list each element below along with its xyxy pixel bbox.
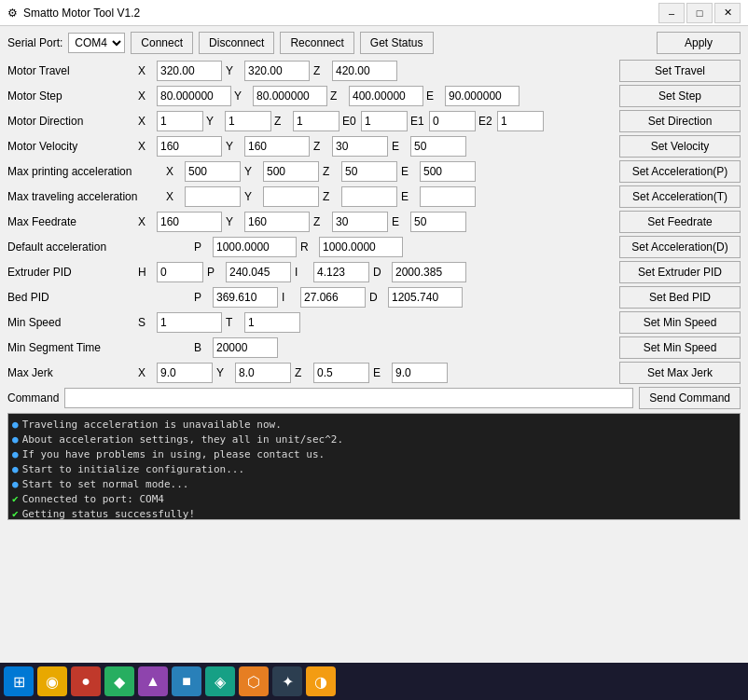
mta-z-lbl: Z (323, 190, 341, 203)
max-jerk-e[interactable] (392, 363, 448, 383)
md-e1-lbl: E1 (410, 115, 429, 128)
send-command-btn[interactable]: Send Command (639, 387, 741, 409)
mta-x-lbl: X (166, 190, 185, 203)
mpa-x-lbl: X (166, 165, 185, 178)
motor-vel-z[interactable] (332, 136, 388, 157)
set-step-btn[interactable]: Set Step (619, 85, 741, 107)
set-direction-btn[interactable]: Set Direction (619, 110, 741, 132)
set-bed-pid-btn[interactable]: Set Bed PID (619, 286, 741, 309)
max-feedrate-label: Max Feedrate (7, 215, 138, 228)
app7-icon[interactable]: ⬡ (239, 666, 269, 696)
min-seg-time-b[interactable] (213, 337, 278, 358)
motor-dir-x[interactable] (157, 111, 203, 131)
maximize-btn[interactable]: □ (686, 3, 713, 23)
extruder-pid-h[interactable] (157, 262, 203, 282)
max-jerk-x[interactable] (157, 363, 213, 383)
default-accel-row: Default acceleration P R Set Acceleratio… (7, 236, 741, 258)
motor-travel-y[interactable] (244, 61, 310, 81)
disconnect-btn[interactable]: Disconnect (199, 32, 274, 54)
chrome-icon[interactable]: ◉ (37, 666, 67, 696)
max-jerk-z[interactable] (313, 363, 369, 383)
max-jerk-y[interactable] (235, 363, 291, 383)
window-title: Smatto Motor Tool V1.2 (23, 7, 140, 20)
min-speed-s[interactable] (157, 312, 222, 333)
windows-icon[interactable]: ⊞ (4, 666, 34, 696)
max-print-accel-y[interactable] (263, 161, 319, 182)
app9-icon[interactable]: ◑ (306, 666, 336, 696)
set-travel-btn[interactable]: Set Travel (619, 60, 741, 82)
min-speed-t[interactable] (244, 312, 300, 333)
app8-icon[interactable]: ✦ (272, 666, 302, 696)
connect-btn[interactable]: Connect (131, 32, 193, 54)
app4-icon[interactable]: ▲ (138, 666, 168, 696)
max-travel-accel-x[interactable] (185, 186, 241, 207)
set-accel-p-btn[interactable]: Set Acceleration(P) (619, 160, 741, 183)
max-print-accel-z[interactable] (341, 161, 397, 182)
motor-dir-z[interactable] (293, 111, 339, 131)
motor-dir-e1[interactable] (429, 111, 476, 131)
minimize-btn[interactable]: – (658, 3, 685, 23)
blue-bullet-icon: ● (12, 418, 19, 432)
max-print-accel-x[interactable] (185, 161, 241, 182)
set-feedrate-btn[interactable]: Set Feedrate (619, 211, 741, 233)
motor-travel-x[interactable] (157, 61, 222, 81)
max-feedrate-y[interactable] (244, 212, 310, 232)
apply-btn[interactable]: Apply (657, 32, 741, 54)
bed-pid-i[interactable] (300, 287, 366, 308)
mta-e-lbl: E (401, 190, 420, 203)
extruder-pid-p[interactable] (226, 262, 291, 282)
mv-z-lbl: Z (313, 140, 332, 153)
ms-x-lbl: X (138, 89, 157, 103)
max-travel-accel-e[interactable] (420, 186, 476, 207)
md-e2-lbl: E2 (478, 115, 497, 128)
motor-vel-e[interactable] (410, 136, 466, 157)
close-btn[interactable]: ✕ (714, 3, 741, 23)
max-feedrate-row: Max Feedrate X Y Z E Set Feedrate (7, 211, 741, 233)
set-accel-d-btn[interactable]: Set Acceleration(D) (619, 236, 741, 258)
mpa-z-lbl: Z (323, 165, 341, 178)
bed-pid-p[interactable] (213, 287, 278, 308)
app6-icon[interactable]: ◈ (205, 666, 235, 696)
max-feedrate-e[interactable] (410, 212, 466, 232)
bed-pid-d[interactable] (388, 287, 463, 308)
set-min-speed-btn[interactable]: Set Min Speed (619, 311, 741, 334)
set-min-seg-time-btn[interactable]: Set Min Speed (619, 336, 741, 359)
set-accel-t-btn[interactable]: Set Acceleration(T) (619, 185, 741, 208)
set-extruder-pid-btn[interactable]: Set Extruder PID (619, 261, 741, 283)
motor-step-y[interactable] (253, 86, 327, 106)
bed-pid-row: Bed PID P I D Set Bed PID (7, 286, 741, 309)
app3-icon[interactable]: ◆ (104, 666, 134, 696)
set-velocity-btn[interactable]: Set Velocity (619, 135, 741, 158)
default-accel-r[interactable] (319, 237, 403, 257)
motor-step-z[interactable] (349, 86, 423, 106)
motor-step-x[interactable] (157, 86, 231, 106)
motor-vel-y[interactable] (244, 136, 310, 157)
app2-icon[interactable]: ● (71, 666, 101, 696)
motor-dir-e2[interactable] (497, 111, 544, 131)
motor-step-e[interactable] (445, 86, 519, 106)
max-feedrate-x[interactable] (157, 212, 222, 232)
motor-dir-e0[interactable] (361, 111, 408, 131)
max-print-accel-e[interactable] (420, 161, 476, 182)
command-label: Command (7, 391, 59, 405)
motor-vel-x[interactable] (157, 136, 222, 157)
port-select[interactable]: COM4 (68, 33, 125, 53)
title-bar: ⚙ Smatto Motor Tool V1.2 – □ ✕ (0, 0, 748, 26)
app5-icon[interactable]: ■ (172, 666, 201, 696)
max-travel-accel-z[interactable] (341, 186, 397, 207)
md-e0-lbl: E0 (342, 115, 361, 128)
motor-travel-z[interactable] (332, 61, 397, 81)
command-row: Command Send Command (7, 387, 741, 409)
motor-step-label: Motor Step (7, 89, 138, 103)
max-travel-accel-y[interactable] (263, 186, 319, 207)
max-feedrate-z[interactable] (332, 212, 388, 232)
max-print-accel-row: Max printing acceleration X Y Z E Set Ac… (7, 160, 741, 183)
set-max-jerk-btn[interactable]: Set Max Jerk (619, 362, 741, 384)
motor-dir-y[interactable] (225, 111, 271, 131)
extruder-pid-d[interactable] (392, 262, 466, 282)
extruder-pid-i[interactable] (313, 262, 369, 282)
get-status-btn[interactable]: Get Status (360, 32, 434, 54)
command-input[interactable] (64, 388, 633, 408)
default-accel-p[interactable] (213, 237, 297, 257)
reconnect-btn[interactable]: Reconnect (280, 32, 353, 54)
